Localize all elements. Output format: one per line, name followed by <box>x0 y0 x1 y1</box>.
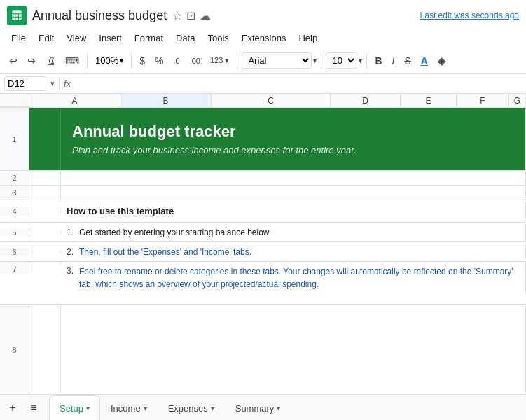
cell-a4[interactable] <box>29 210 61 213</box>
col-header-d[interactable]: D <box>331 94 401 107</box>
decimal-down-button[interactable]: .0 <box>170 55 184 67</box>
cell-a1[interactable] <box>29 108 61 170</box>
app-icon <box>7 6 27 25</box>
last-edit-text[interactable]: Last edit was seconds ago <box>420 10 519 20</box>
step-3-text: Feel free to rename or delete categories… <box>79 265 520 290</box>
menu-insert[interactable]: Insert <box>93 31 127 45</box>
menu-tools[interactable]: Tools <box>202 31 234 45</box>
cell-b3[interactable] <box>61 186 526 200</box>
zoom-arrow: ▾ <box>120 57 123 64</box>
sheet-list-button[interactable]: ≡ <box>25 400 42 416</box>
currency-button[interactable]: $ <box>136 53 148 69</box>
tab-income[interactable]: Income ▾ <box>100 396 158 421</box>
banner-subtitle: Plan and track your business income and … <box>72 145 514 155</box>
tab-income-label: Income <box>111 403 141 414</box>
row-header-1: 1 <box>0 108 29 170</box>
menu-edit[interactable]: Edit <box>33 31 60 45</box>
corner-cell <box>0 94 29 107</box>
font-family-select[interactable]: Arial <box>242 52 312 69</box>
table-row: 3 <box>0 186 526 200</box>
font-size-arrow: ▾ <box>359 57 362 64</box>
toolbar-divider-5 <box>366 53 367 69</box>
cell-a8[interactable] <box>29 305 61 394</box>
bold-button[interactable]: B <box>371 54 385 68</box>
strikethrough-button[interactable]: S <box>401 54 414 68</box>
row-header-3: 3 <box>0 186 29 200</box>
toolbar-divider-3 <box>237 53 237 69</box>
formula-bar-divider <box>59 78 60 90</box>
redo-button[interactable]: ↪ <box>24 53 39 69</box>
col-header-f[interactable]: F <box>457 94 509 107</box>
col-header-e[interactable]: E <box>401 94 457 107</box>
drive-icon[interactable]: ⊡ <box>186 9 195 22</box>
underline-color-button[interactable]: A <box>417 54 431 68</box>
print-button[interactable]: 🖨 <box>42 53 59 69</box>
star-icon[interactable]: ☆ <box>172 9 182 22</box>
row-header-5: 5 <box>0 228 29 237</box>
col-header-g[interactable]: G <box>509 94 526 107</box>
cell-b7: 3. Feel free to rename or delete categor… <box>61 262 526 294</box>
tab-expenses-label: Expenses <box>168 403 208 414</box>
col-header-c[interactable]: C <box>212 94 331 107</box>
tab-summary[interactable]: Summary ▾ <box>225 396 291 421</box>
toolbar: ↩ ↪ 🖨 ⌨ 100% ▾ $ % .0 .00 123 ▾ Arial ▾ … <box>0 48 526 74</box>
column-headers: A B C D E F G <box>0 94 526 108</box>
cell-a2[interactable] <box>29 171 61 185</box>
sheet-tabs-bar: + ≡ Setup ▾ Income ▾ Expenses ▾ Summary … <box>0 395 526 420</box>
cell-b4: How to use this template <box>61 202 526 220</box>
menu-help[interactable]: Help <box>293 31 323 45</box>
col-header-a[interactable]: A <box>29 94 120 107</box>
svg-rect-0 <box>12 10 22 20</box>
cell-a5[interactable] <box>29 231 61 234</box>
row-header-7: 7 <box>0 262 29 274</box>
tab-expenses-arrow: ▾ <box>211 405 214 412</box>
banner-cell: Annual budget tracker Plan and track you… <box>61 108 526 170</box>
tab-income-arrow: ▾ <box>144 405 147 412</box>
tab-actions: + ≡ <box>4 400 42 416</box>
menu-data[interactable]: Data <box>170 31 200 45</box>
decimal-up-button[interactable]: .00 <box>186 55 204 67</box>
formula-input[interactable] <box>75 78 522 89</box>
add-sheet-button[interactable]: + <box>4 400 21 416</box>
cell-a7[interactable] <box>29 262 61 265</box>
row-header-4: 4 <box>0 207 29 216</box>
number-format-button[interactable]: 123 ▾ <box>207 54 233 67</box>
row-header-8: 8 <box>0 305 29 394</box>
toolbar-divider-4 <box>321 53 321 69</box>
step-2-text: Then, fill out the 'Expenses' and 'Incom… <box>79 247 251 257</box>
tab-setup-arrow: ▾ <box>86 405 90 412</box>
tab-summary-label: Summary <box>235 403 275 414</box>
paint-format-button[interactable]: ⌨ <box>62 53 83 69</box>
zoom-selector[interactable]: 100% ▾ <box>92 53 127 68</box>
tab-setup-label: Setup <box>60 403 83 414</box>
table-row: 4 How to use this template <box>0 200 526 223</box>
cell-a3[interactable] <box>29 186 61 200</box>
tab-summary-arrow: ▾ <box>277 405 280 412</box>
row-header-6: 6 <box>0 248 29 256</box>
font-size-select[interactable]: 10 <box>326 52 357 69</box>
menu-view[interactable]: View <box>61 31 92 45</box>
percent-button[interactable]: % <box>151 53 167 69</box>
cell-b5: 1. Get started by entering your starting… <box>61 224 526 241</box>
fill-color-button[interactable]: ◈ <box>434 54 449 68</box>
col-header-b[interactable]: B <box>120 94 212 107</box>
cell-b8[interactable] <box>61 305 526 394</box>
table-row: 8 <box>0 305 526 395</box>
step-1-text: Get started by entering your starting ba… <box>79 227 271 237</box>
cell-a6[interactable] <box>29 251 61 253</box>
tab-setup[interactable]: Setup ▾ <box>49 396 100 421</box>
table-row: 1 Annual budget tracker Plan and track y… <box>0 108 526 171</box>
toolbar-divider-2 <box>131 53 132 69</box>
undo-button[interactable]: ↩ <box>6 53 21 69</box>
cell-b2[interactable] <box>61 171 526 185</box>
cloud-icon[interactable]: ☁ <box>200 9 211 22</box>
menu-file[interactable]: File <box>6 31 32 45</box>
cell-reference-input[interactable] <box>4 76 46 91</box>
menu-format[interactable]: Format <box>129 31 169 45</box>
banner-title: Annual budget tracker <box>72 122 514 141</box>
menu-extensions[interactable]: Extensions <box>236 31 292 45</box>
table-row: 7 3. Feel free to rename or delete categ… <box>0 262 526 305</box>
tab-expenses[interactable]: Expenses ▾ <box>158 396 225 421</box>
formula-bar: ▾ fx <box>0 74 526 94</box>
italic-button[interactable]: I <box>389 54 399 68</box>
